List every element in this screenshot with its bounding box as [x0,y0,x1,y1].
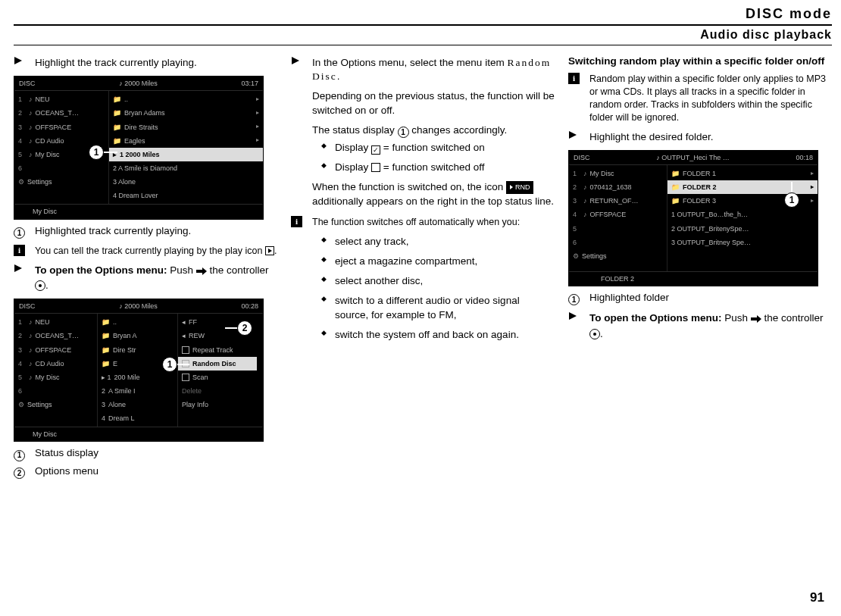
caption-text: Status display [35,446,277,460]
info-icon: i [14,245,27,256]
list-item: switch to a different audio or video sig… [321,294,555,321]
callout-2-icon: 2 [237,321,252,336]
column-1: Highlight the track currently playing. D… [14,52,277,485]
checked-box-icon [371,145,380,155]
play-icon [265,246,274,255]
caption-text: Highlighted folder [589,291,832,305]
step-text: To open the Options menu: Push the contr… [35,264,277,292]
svg-marker-5 [202,267,207,275]
screenshot-options-menu: DISC ♪ 2000 Miles 00:28 1♪NEU 2♪OCEANS_T… [14,299,264,442]
caption-text: Highlighted track currently playing. [35,224,277,238]
controller-icon [589,329,600,339]
circled-1-icon: 1 [398,127,409,138]
svg-marker-11 [569,131,577,139]
svg-text:i: i [18,245,20,255]
list-item: Display = function switched off [321,161,555,174]
svg-rect-4 [196,270,202,273]
info-icon: i [291,216,305,227]
column-2: In the Options menu, select the menu ite… [291,52,555,485]
svg-marker-14 [757,315,761,323]
circled-1-icon: 1 [14,450,25,461]
circled-1-icon: 1 [14,227,25,239]
svg-rect-13 [751,317,757,321]
step-arrow-icon [568,311,582,321]
screenshot-folder-list: DISC ♪ OUTPUT_Heci The … 00:18 1♪My Disc… [568,150,818,286]
step-text: Highlight the track currently playing. [35,56,277,70]
column-3: Switching random play within a specific … [568,52,832,485]
info-icon: i [568,73,582,84]
list-item: switch the system off and back on again. [321,328,555,342]
list-item: eject a magazine compartment, [321,255,555,268]
step-text: To open the Options menu: Push the contr… [589,311,832,340]
svg-text:i: i [295,217,298,226]
callout-1-icon: 1 [162,357,177,372]
controller-icon [35,280,45,291]
svg-marker-12 [569,312,577,320]
list-item: Display = function switched on [321,141,555,155]
callout-1-icon: 1 [784,192,799,208]
svg-marker-6 [292,57,299,64]
step-arrow-icon [14,56,27,65]
random-badge-icon: RND [506,181,534,193]
step-text: Highlight the desired folder. [589,130,832,144]
step-text: In the Options menu, select the menu ite… [312,56,555,83]
caption-text: Options menu [35,464,277,478]
svg-text:i: i [573,73,575,83]
circled-1-icon: 1 [568,294,580,305]
unchecked-box-icon [371,163,380,172]
step-arrow-icon [568,130,582,139]
step-arrow-icon [14,264,27,273]
list-item: select another disc, [321,274,555,288]
right-arrow-icon [751,313,761,327]
info-text: Random play within a specific folder onl… [589,73,832,124]
para: Depending on the previous status, the fu… [291,89,555,117]
callout-1-icon: 1 [89,145,104,160]
svg-marker-3 [14,264,22,272]
page-number: 91 [810,589,824,607]
header-sub: Audio disc playback [14,27,832,43]
header-mode: DISC mode [14,5,832,23]
svg-marker-0 [14,57,22,64]
circled-2-icon: 2 [14,467,25,479]
info-text: The function switches off automatically … [312,216,555,229]
subheading: Switching random play within a specific … [568,55,832,68]
step-arrow-icon [291,56,305,65]
screenshot-track-list: DISC ♪ 2000 Miles 03:17 1♪NEU 2♪OCEANS_T… [14,76,264,219]
right-arrow-icon [196,265,207,279]
list-item: select any track, [321,235,555,249]
para: The status display 1 changes accordingly… [291,124,555,138]
para: When the function is switched on, the ic… [291,180,555,208]
info-text: You can tell the track currently playing… [35,245,277,258]
